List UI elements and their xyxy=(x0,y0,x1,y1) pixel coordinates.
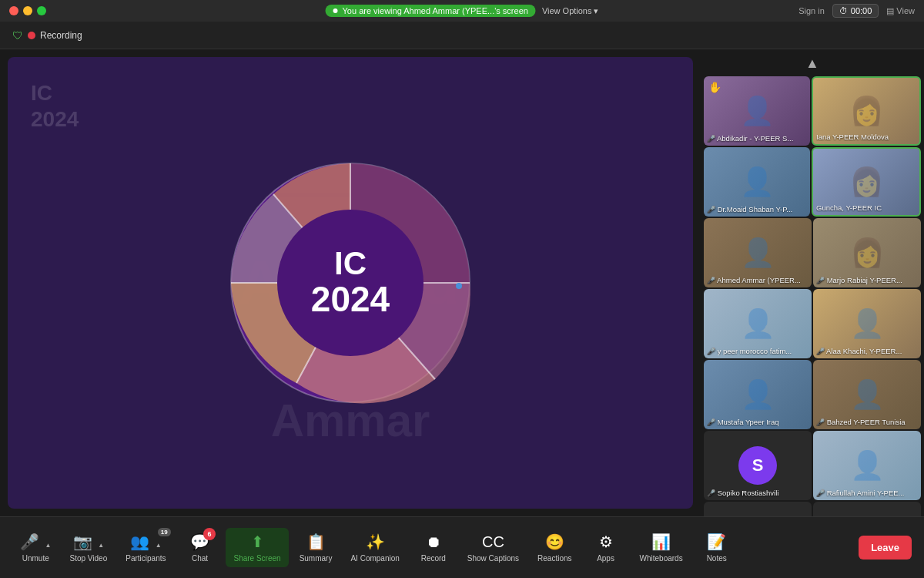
participant-tile-alaa[interactable]: 👤 🎤 Alaa Khachi, Y-PEER... xyxy=(813,289,921,358)
participant-tile-marjo[interactable]: 👩 🎤 Marjo Rabiaj Y-PEER... xyxy=(813,218,921,287)
top-toolbar: 🛡 Recording xyxy=(0,22,924,49)
summary-button[interactable]: 📋 Summary xyxy=(292,528,340,567)
scroll-up-arrow[interactable]: ▲ xyxy=(704,52,921,75)
view-button[interactable]: ▤ View xyxy=(886,6,915,16)
apps-icon: ⚙ xyxy=(599,533,613,551)
participants-count-badge: 19 xyxy=(158,528,171,536)
chevron-down-icon: ▾ xyxy=(594,6,598,16)
recording-label: Recording xyxy=(40,30,82,41)
participant-tile-ahmed[interactable]: 👤 🎤 Ahmed Ammar (YPEER... xyxy=(704,218,812,287)
avatar-silhouette-marjo: 👩 xyxy=(850,237,885,269)
participant-name-marjo: 🎤 Marjo Rabiaj Y-PEER... xyxy=(816,276,918,284)
chat-button[interactable]: 💬 6 Chat xyxy=(176,528,223,567)
title-bar-right: Sign in ⏱ 00:00 ▤ View xyxy=(798,4,915,18)
participant-name-bahzed: 🎤 Bahzed Y-PEER Tunisia xyxy=(816,418,918,426)
participant-name-alaa: 🎤 Alaa Khachi, Y-PEER... xyxy=(816,347,918,355)
captions-icon: CC xyxy=(482,533,504,551)
participant-tile-drmoaid[interactable]: 👤 🎤 Dr.Moaid Shaban Y-P... xyxy=(704,147,810,217)
title-bar-center: You are viewing Ahmed Ammar (YPEE...'s s… xyxy=(326,5,599,17)
stop-video-button[interactable]: 📷 ▲ Stop Video xyxy=(62,528,115,567)
participant-name-iana: Iana Y-PEER Moldova xyxy=(816,133,916,141)
banner-dot xyxy=(333,8,338,13)
participant-tile-mustafa[interactable]: 👤 🎤 Mustafa Ypeer Iraq xyxy=(704,360,812,429)
notes-label: Notes xyxy=(707,554,727,563)
maximize-button[interactable] xyxy=(37,6,46,15)
notes-icon: 📝 xyxy=(707,533,726,551)
participant-row-2: 👤 🎤 Dr.Moaid Shaban Y-P... 👩 Guncha, Y-P… xyxy=(704,147,921,217)
share-screen-button[interactable]: ⬆ Share Screen xyxy=(226,528,288,567)
toolbar-items: 🎤 ▲ Unmute 📷 ▲ Stop Video 👥 ▲ 19 Partici… xyxy=(12,528,859,567)
participant-tile-abdikadir[interactable]: 👤 ✋ 🎤 Abdikadir - Y-PEER S... xyxy=(704,76,810,146)
participant-name-rafiullah: 🎤 Rafiullah Amini Y-PEE... xyxy=(816,489,918,497)
mic-icon-mustafa: 🎤 xyxy=(707,418,715,426)
sign-in-button[interactable]: Sign in xyxy=(798,6,825,15)
participant-tile-ypeer-morocco[interactable]: 👤 🎤 y peer morocco fatim... xyxy=(704,289,812,358)
participant-name-mustafa: 🎤 Mustafa Ypeer Iraq xyxy=(707,418,808,426)
avatar-silhouette-ahmed: 👤 xyxy=(741,237,775,269)
camera-icon: 📷 ▲ xyxy=(73,533,104,551)
avatar-silhouette-rafiullah: 👤 xyxy=(850,449,885,482)
participant-row-5: 👤 🎤 Mustafa Ypeer Iraq 👤 🎤 Bahzed Y-PEER… xyxy=(704,360,921,429)
participant-tile-bahzed[interactable]: 👤 🎤 Bahzed Y-PEER Tunisia xyxy=(813,360,921,429)
record-button[interactable]: ⏺ Record xyxy=(410,529,457,567)
recording-dot xyxy=(28,32,35,39)
participant-row-4: 👤 🎤 y peer morocco fatim... 👤 🎤 Alaa Kha… xyxy=(704,289,921,358)
mic-icon-marjo: 🎤 xyxy=(816,277,825,284)
participant-tile-sopiko[interactable]: S 🎤 Sopiko Rostiashvili xyxy=(704,431,812,500)
reactions-icon: 😊 xyxy=(545,533,564,551)
ai-companion-icon: ✨ xyxy=(366,533,385,551)
share-screen-label: Share Screen xyxy=(233,554,280,563)
video-main: Ahmed Ammar IC 2024 xyxy=(0,49,701,516)
participant-tile-islam[interactable]: Islam 🎤 Islam xyxy=(704,502,812,516)
hand-raise-icon: ✋ xyxy=(708,81,721,93)
avatar-silhouette-alaa: 👤 xyxy=(850,307,885,340)
unmute-button[interactable]: 🎤 ▲ Unmute xyxy=(12,528,59,567)
participants-sidebar: ▲ 👤 ✋ 🎤 Abdikadir - Y-PEER S... 👩 Iana Y… xyxy=(701,49,924,516)
reactions-button[interactable]: 😊 Reactions xyxy=(530,528,579,567)
captions-button[interactable]: CC Show Captions xyxy=(460,529,527,567)
view-options-button[interactable]: View Options ▾ xyxy=(542,6,599,16)
participant-tile-yekaterina[interactable]: Yekaterina Q... 🎤 Yekaterina Qazaqstan xyxy=(813,502,921,516)
avatar-silhouette-drmoaid: 👤 xyxy=(740,166,775,198)
chat-label: Chat xyxy=(192,554,208,563)
whiteboards-button[interactable]: 📊 Whiteboards xyxy=(632,528,691,567)
participant-tile-rafiullah[interactable]: 👤 🎤 Rafiullah Amini Y-PEE... xyxy=(813,431,921,500)
sopiko-avatar: S xyxy=(738,446,777,485)
mic-icon-alaa: 🎤 xyxy=(816,348,825,355)
close-button[interactable] xyxy=(9,6,18,15)
mic-icon: 🎤 ▲ xyxy=(20,533,51,551)
apps-button[interactable]: ⚙ Apps xyxy=(583,528,629,567)
mic-icon-bahzed: 🎤 xyxy=(816,418,825,426)
captions-label: Show Captions xyxy=(467,554,519,563)
ai-companion-button[interactable]: ✨ AI Companion xyxy=(343,528,407,567)
screen-share-banner: You are viewing Ahmed Ammar (YPEE...'s s… xyxy=(326,5,536,17)
year-label: 2024 xyxy=(311,280,390,319)
avatar-silhouette-mustafa: 👤 xyxy=(741,378,775,411)
pie-center-text: IC 2024 xyxy=(311,247,390,319)
participant-name-drmoaid: 🎤 Dr.Moaid Shaban Y-P... xyxy=(707,205,807,213)
main-content: Ahmed Ammar IC 2024 xyxy=(0,49,924,516)
minimize-button[interactable] xyxy=(23,6,32,15)
chat-badge: 6 xyxy=(203,528,216,540)
participant-tile-guncha[interactable]: 👩 Guncha, Y-PEER IC xyxy=(812,147,921,217)
slide-top-left-line1: IC xyxy=(31,80,79,106)
timer-icon: ⏱ xyxy=(839,6,848,15)
mic-icon-morocco: 🎤 xyxy=(707,348,715,355)
participants-button[interactable]: 👥 ▲ 19 Participants xyxy=(118,528,173,567)
notes-button[interactable]: 📝 Notes xyxy=(694,528,740,567)
participant-name-abdikadir: 🎤 Abdikadir - Y-PEER S... xyxy=(707,134,807,143)
blue-dot xyxy=(456,283,462,289)
participants-chevron-icon: ▲ xyxy=(156,542,162,549)
stop-video-label: Stop Video xyxy=(69,554,107,563)
participant-tile-iana[interactable]: 👩 Iana Y-PEER Moldova xyxy=(812,76,921,146)
record-icon: ⏺ xyxy=(426,533,441,551)
shield-icon: 🛡 xyxy=(12,29,23,42)
leave-button[interactable]: Leave xyxy=(859,536,912,560)
mic-icon-rafiullah: 🎤 xyxy=(816,489,825,497)
slide-top-left: IC 2024 xyxy=(31,80,79,132)
shared-screen: Ahmed Ammar IC 2024 xyxy=(8,57,693,509)
screen-share-text: You are viewing Ahmed Ammar (YPEE...'s s… xyxy=(343,6,528,15)
avatar-silhouette-bahzed: 👤 xyxy=(850,378,885,411)
mic-muted-icon: 🎤 xyxy=(707,135,715,143)
participant-name-ahmed: 🎤 Ahmed Ammar (YPEER... xyxy=(707,276,808,284)
